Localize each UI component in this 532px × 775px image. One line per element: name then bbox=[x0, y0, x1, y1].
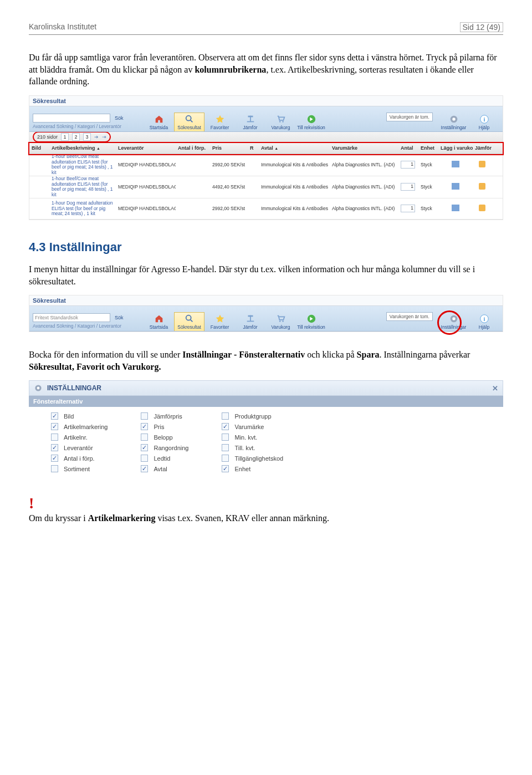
startsida-icon bbox=[154, 114, 164, 124]
qty-input[interactable]: 1 bbox=[401, 161, 415, 169]
paragraph-2: I menyn hittar du inställningar för Agre… bbox=[29, 263, 503, 287]
nav-till-rekvisition[interactable]: Till rekvisition bbox=[296, 113, 326, 131]
checkbox[interactable] bbox=[51, 434, 58, 441]
nav-startsida[interactable]: Startsida bbox=[144, 312, 174, 331]
qty-input[interactable]: 1 bbox=[401, 205, 415, 212]
screenshot-settings-panel: INSTÄLLNINGAR ✕ Fönsteralternativ BildAr… bbox=[29, 380, 503, 478]
search-input[interactable] bbox=[33, 114, 110, 123]
col-varumarke[interactable]: Varumärke bbox=[330, 145, 398, 151]
nav-hjalp[interactable]: i Hjälp bbox=[469, 113, 499, 131]
add-to-cart-icon[interactable] bbox=[452, 205, 459, 211]
qty-input[interactable]: 1 bbox=[401, 183, 415, 191]
checkbox[interactable] bbox=[141, 444, 148, 451]
search-input[interactable]: Fritext Standardsök bbox=[33, 313, 110, 322]
svg-text:i: i bbox=[483, 115, 485, 122]
checkbox[interactable] bbox=[141, 423, 148, 430]
page-2[interactable]: 2 bbox=[72, 133, 80, 141]
checkbox[interactable] bbox=[51, 444, 58, 451]
svg-point-9 bbox=[452, 118, 455, 120]
checkbox[interactable] bbox=[222, 465, 229, 472]
checkbox[interactable] bbox=[222, 444, 229, 451]
nav-till-rekvisition[interactable]: Till rekvisition bbox=[296, 312, 326, 331]
page-3[interactable]: 3 bbox=[83, 133, 91, 141]
nav-hjalp[interactable]: i Hjälp bbox=[469, 313, 499, 331]
header-pagenum: Sid 12 (49) bbox=[460, 22, 503, 32]
close-icon[interactable]: ✕ bbox=[492, 384, 498, 392]
checkbox[interactable] bbox=[222, 455, 229, 462]
checkbox-label: Varumärke bbox=[234, 424, 264, 430]
checkbox[interactable] bbox=[51, 412, 58, 420]
nav-startsida[interactable]: Startsida bbox=[144, 113, 174, 131]
col-jamfor[interactable]: Jämför bbox=[473, 145, 492, 151]
nav-installningar[interactable]: Inställningar bbox=[438, 113, 469, 131]
product-link[interactable]: 1-hour Dog meat adulteration ELISA test … bbox=[49, 201, 116, 217]
nav-favoriter[interactable]: Favoriter bbox=[204, 312, 235, 331]
breadcrumb[interactable]: Avancerad Sökning / Katagori / Leveranto… bbox=[33, 323, 137, 329]
page-1[interactable]: 1 bbox=[61, 133, 69, 141]
svg-point-13 bbox=[186, 315, 191, 320]
arrow-last-icon[interactable]: ⇥ bbox=[102, 134, 106, 140]
settings-subtitle: Fönsteralternativ bbox=[29, 396, 503, 407]
checkbox-label: Min. kvt. bbox=[234, 434, 257, 441]
col-avtal[interactable]: Avtal ▲ bbox=[259, 145, 330, 151]
gear-icon bbox=[34, 384, 43, 392]
setting-produktgrupp: Produktgrupp bbox=[222, 412, 283, 420]
search-button[interactable]: Sök bbox=[114, 115, 124, 121]
checkbox[interactable] bbox=[222, 423, 229, 430]
product-link[interactable]: 1-hour Beef/Cow meat adulteration ELISA … bbox=[49, 176, 116, 198]
compare-icon[interactable] bbox=[479, 205, 485, 211]
checkbox[interactable] bbox=[222, 412, 229, 420]
checkbox-label: Artikelmarkering bbox=[64, 424, 108, 430]
product-link[interactable]: 1-hour Beef/Cow meat adulteration ELISA … bbox=[49, 154, 116, 176]
nav-varukorg[interactable]: Varukorg bbox=[265, 312, 296, 331]
col-enhet[interactable]: Enhet bbox=[418, 145, 438, 151]
checkbox-label: Belopp bbox=[154, 434, 172, 441]
add-to-cart-icon[interactable] bbox=[452, 183, 459, 190]
setting-till-kvt-: Till. kvt. bbox=[222, 444, 283, 451]
col-leverantor[interactable]: Leverantör bbox=[116, 145, 176, 151]
checkbox[interactable] bbox=[141, 455, 148, 462]
sökresultat-icon bbox=[185, 314, 195, 324]
add-to-cart-icon[interactable] bbox=[452, 161, 459, 167]
checkbox-label: Jämförpris bbox=[154, 413, 182, 420]
checkbox[interactable] bbox=[51, 423, 58, 430]
nav-sökresultat[interactable]: Sökresultat bbox=[174, 113, 204, 131]
screenshot-settings-highlight: Sökresultat Fritext Standardsök Sök Avan… bbox=[29, 295, 503, 332]
nav-sökresultat[interactable]: Sökresultat bbox=[174, 312, 204, 331]
svg-point-25 bbox=[37, 387, 40, 390]
nav-jämför[interactable]: Jämför bbox=[235, 312, 265, 331]
checkbox[interactable] bbox=[141, 412, 148, 420]
col-antal-forp[interactable]: Antal i förp. bbox=[176, 145, 210, 151]
arrow-next-icon[interactable]: ➔ bbox=[94, 134, 99, 140]
nav-jämför[interactable]: Jämför bbox=[235, 113, 265, 131]
col-r[interactable]: R bbox=[248, 145, 259, 151]
sökresultat-icon bbox=[185, 114, 195, 124]
checkbox-label: Till. kvt. bbox=[234, 445, 255, 451]
table-row: 1-hour Dog meat adulteration ELISA test … bbox=[29, 198, 503, 220]
setting-min-kvt-: Min. kvt. bbox=[222, 434, 283, 441]
checkbox-label: Antal i förp. bbox=[64, 455, 95, 462]
compare-icon[interactable] bbox=[479, 161, 485, 167]
svg-rect-4 bbox=[247, 121, 254, 122]
cart-status: Varukorgen är tom. bbox=[386, 312, 433, 321]
svg-text:i: i bbox=[483, 315, 485, 322]
checkbox[interactable] bbox=[51, 455, 58, 462]
col-pris[interactable]: Pris bbox=[210, 145, 248, 151]
table-header[interactable]: Bild Artikelbeskrivning ▲ Leverantör Ant… bbox=[29, 143, 503, 154]
compare-icon[interactable] bbox=[479, 183, 485, 190]
checkbox[interactable] bbox=[141, 465, 148, 472]
col-lagg[interactable]: Lägg i varukorg bbox=[438, 145, 473, 151]
setting-j-mf-rpris: Jämförpris bbox=[141, 412, 188, 420]
checkbox[interactable] bbox=[141, 434, 148, 441]
col-bild[interactable]: Bild bbox=[29, 145, 49, 151]
col-artikelbeskrivning[interactable]: Artikelbeskrivning ▲ bbox=[49, 145, 116, 151]
breadcrumb[interactable]: Avancerad Sökning / Kategori / Leverantö… bbox=[33, 124, 137, 129]
nav-varukorg[interactable]: Varukorg bbox=[265, 113, 296, 131]
col-antal[interactable]: Antal bbox=[398, 145, 418, 151]
checkbox[interactable] bbox=[51, 465, 58, 472]
screenshot-search-results: Sökresultat Sök Avancerad Sökning / Kate… bbox=[29, 95, 503, 220]
nav-favoriter[interactable]: Favoriter bbox=[204, 113, 235, 131]
search-button[interactable]: Sök bbox=[114, 315, 124, 320]
checkbox[interactable] bbox=[222, 434, 229, 441]
toolbar: Sök Avancerad Sökning / Kategori / Lever… bbox=[29, 106, 503, 132]
